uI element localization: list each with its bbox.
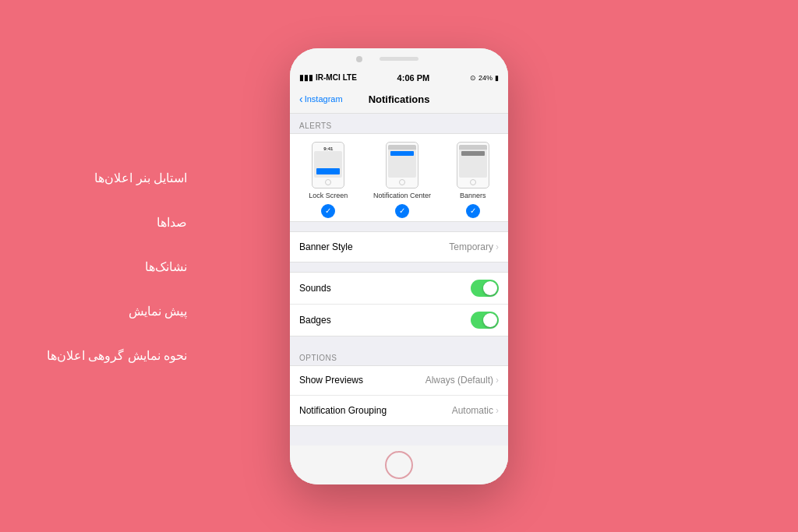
banner-style-chevron: ›	[496, 241, 499, 252]
persian-label-banner-style: استایل بنر اعلان‌ها	[47, 170, 187, 185]
persian-label-previews: پیش نمایش	[47, 303, 187, 318]
lock-screen-label: Lock Screen	[309, 192, 348, 199]
battery-icon: ▮	[495, 74, 499, 82]
phone-mockup: ▮▮▮ IR-MCI LTE 4:06 PM ⊙ 24% ▮ ‹ Instagr…	[290, 48, 508, 484]
nav-bar: ‹ Instagram Notifications	[290, 86, 508, 114]
banner-style-value-text: Temporary	[449, 241, 493, 252]
home-button[interactable]	[385, 451, 413, 479]
badges-label: Badges	[299, 315, 331, 326]
banner-style-section: Banner Style Temporary ›	[290, 231, 508, 262]
phone-bottom	[290, 446, 508, 484]
banners-check: ✓	[466, 204, 480, 218]
notification-grouping-chevron: ›	[496, 405, 499, 416]
nav-title: Notifications	[369, 93, 430, 105]
sounds-row: Sounds	[290, 273, 508, 305]
phone-camera	[356, 56, 362, 62]
screen-content: ALERTS 9:41 Lock Screen ✓	[290, 114, 508, 446]
alerts-section-header: ALERTS	[290, 114, 508, 133]
options-section-header: OPTIONS	[290, 346, 508, 365]
options-section-body: Show Previews Always (Default) › Notific…	[290, 365, 508, 426]
persian-label-grouping: نحوه نمایش گروهی اعلان‌ها	[47, 347, 187, 362]
show-previews-value: Always (Default) ›	[425, 375, 499, 386]
show-previews-chevron: ›	[496, 375, 499, 386]
badges-toggle-knob	[483, 313, 497, 327]
status-battery: ⊙ 24% ▮	[470, 74, 499, 82]
network-type: LTE	[343, 73, 357, 82]
notification-grouping-value: Automatic ›	[452, 405, 499, 416]
banner-style-row[interactable]: Banner Style Temporary ›	[290, 232, 508, 262]
sounds-label: Sounds	[299, 283, 331, 294]
alerts-section-body: 9:41 Lock Screen ✓	[290, 133, 508, 222]
alert-item-notification-center[interactable]: Notification Center ✓	[373, 142, 431, 218]
sounds-toggle-knob	[483, 281, 497, 295]
persian-labels-container: استایل بنر اعلان‌ها صداها نشانک‌ها پیش ن…	[47, 170, 187, 362]
notification-center-label: Notification Center	[373, 192, 431, 199]
gap-1	[290, 222, 508, 231]
show-previews-row[interactable]: Show Previews Always (Default) ›	[290, 366, 508, 396]
banner-style-label: Banner Style	[299, 241, 353, 252]
lock-screen-check: ✓	[321, 204, 335, 218]
notification-center-icon	[386, 142, 418, 188]
banner-style-value: Temporary ›	[449, 241, 499, 252]
show-previews-label: Show Previews	[299, 375, 363, 386]
signal-icon: ▮▮▮	[299, 73, 313, 82]
alert-item-lock-screen[interactable]: 9:41 Lock Screen ✓	[309, 142, 348, 218]
gap-3	[290, 336, 508, 346]
notification-grouping-row[interactable]: Notification Grouping Automatic ›	[290, 396, 508, 425]
back-arrow-icon: ‹	[299, 93, 303, 105]
lock-screen-icon: 9:41	[312, 142, 344, 188]
status-carrier: ▮▮▮ IR-MCI LTE	[299, 73, 357, 82]
status-bar: ▮▮▮ IR-MCI LTE 4:06 PM ⊙ 24% ▮	[290, 70, 508, 86]
gap-2	[290, 262, 508, 272]
badges-row: Badges	[290, 305, 508, 336]
sounds-toggle[interactable]	[471, 280, 499, 297]
notification-grouping-label: Notification Grouping	[299, 405, 387, 416]
persian-label-sounds: صداها	[47, 214, 187, 229]
screen-filler	[290, 426, 508, 446]
notification-center-check: ✓	[395, 204, 409, 218]
battery-percentage: 24%	[478, 74, 493, 82]
phone-top-bar	[290, 48, 508, 70]
phone-speaker	[380, 57, 418, 61]
location-icon: ⊙	[470, 74, 476, 82]
notification-grouping-value-text: Automatic	[452, 405, 493, 416]
status-time: 4:06 PM	[397, 73, 430, 83]
carrier-name: IR-MCI	[316, 73, 341, 82]
nav-back-label: Instagram	[305, 94, 343, 104]
persian-label-badges: نشانک‌ها	[47, 259, 187, 273]
banners-icon	[457, 142, 489, 188]
alerts-icons-row: 9:41 Lock Screen ✓	[290, 134, 508, 221]
nav-back-button[interactable]: ‹ Instagram	[299, 93, 343, 105]
badges-toggle[interactable]	[471, 312, 499, 329]
toggles-section: Sounds Badges	[290, 272, 508, 336]
alert-item-banners[interactable]: Banners ✓	[457, 142, 489, 218]
banners-label: Banners	[460, 192, 486, 199]
show-previews-value-text: Always (Default)	[425, 375, 493, 386]
